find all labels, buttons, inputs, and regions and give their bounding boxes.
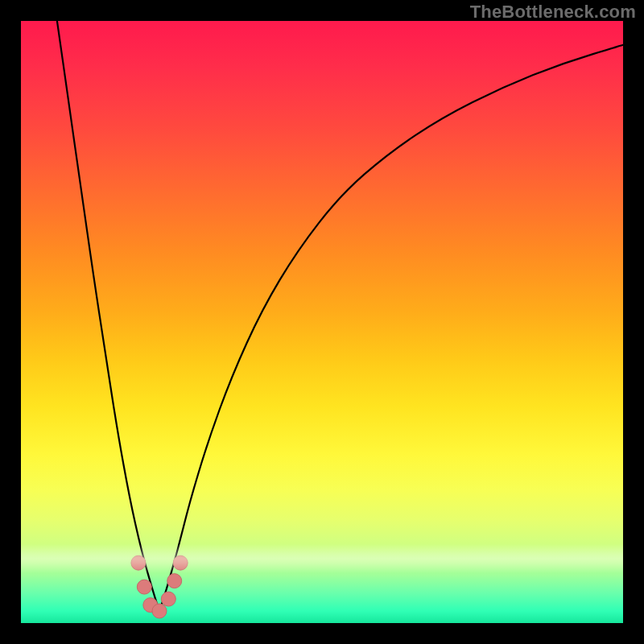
bottleneck-curve-svg [21,21,623,623]
bottleneck-curve-path [57,21,623,606]
trough-marker [152,604,167,618]
trough-marker [161,592,175,606]
trough-marker [173,555,188,570]
trough-marker [137,580,151,594]
trough-marker [131,555,146,570]
chart-plot-area [21,21,623,623]
trough-marker [167,574,182,588]
watermark-text: TheBottleneck.com [470,2,636,23]
trough-markers-group [131,555,188,618]
